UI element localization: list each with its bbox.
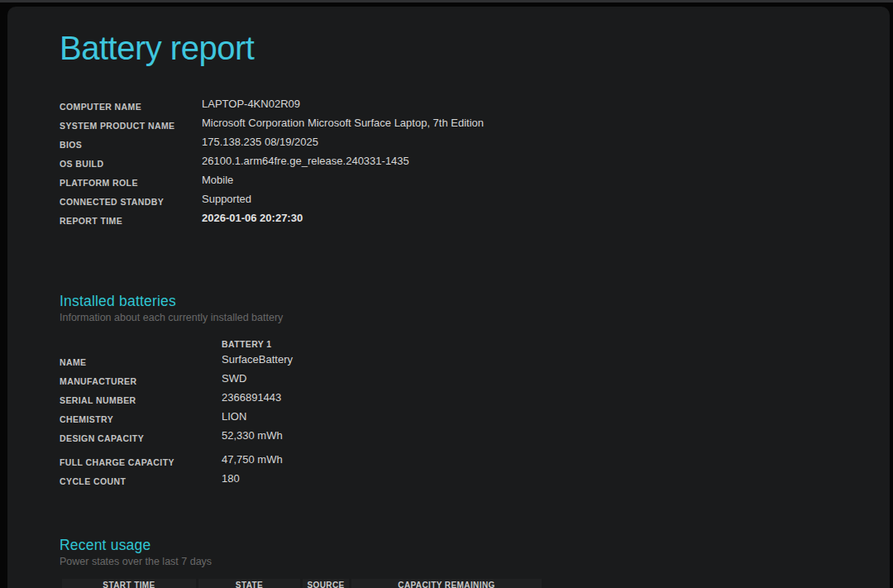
battery-value: SurfaceBattery (222, 351, 293, 370)
battery-value: LION (222, 409, 246, 428)
battery-details-table: BATTERY 1 NAME SurfaceBattery MANUFACTUR… (60, 337, 857, 490)
battery-label: SERIAL NUMBER (60, 390, 222, 409)
battery-label: NAME (60, 351, 222, 370)
battery-report-page[interactable]: Battery report COMPUTER NAME LAPTOP-4KN0… (7, 7, 890, 588)
battery-detail-row: FULL CHARGE CAPACITY 47,750 mWh (60, 452, 857, 471)
battery-detail-row: CYCLE COUNT 180 (60, 471, 857, 490)
info-label: CONNECTED STANDBY (60, 191, 202, 210)
battery-label: FULL CHARGE CAPACITY (60, 452, 222, 471)
info-value: LAPTOP-4KN02R09 (202, 96, 300, 115)
battery-value: 2366891443 (222, 390, 281, 409)
battery-detail-row: DESIGN CAPACITY 52,330 mWh (60, 428, 857, 447)
battery-detail-row: MANUFACTURER SWD (60, 370, 857, 390)
system-info-row: OS BUILD 26100.1.arm64fre.ge_release.240… (60, 153, 857, 172)
system-info-row: PLATFORM ROLE Mobile (60, 172, 857, 191)
battery-detail-row: SERIAL NUMBER 2366891443 (60, 390, 857, 409)
info-label: REPORT TIME (60, 210, 202, 229)
system-info-table: COMPUTER NAME LAPTOP-4KN02R09 SYSTEM PRO… (60, 96, 857, 229)
battery-value: SWD (222, 370, 246, 390)
header-source: SOURCE (303, 579, 349, 588)
info-value: Microsoft Corporation Microsoft Surface … (202, 115, 484, 134)
header-start-time: START TIME (62, 579, 196, 588)
battery-column-header-row: BATTERY 1 (60, 337, 857, 351)
header-state: STATE (198, 579, 300, 588)
battery-value: 47,750 mWh (222, 452, 283, 471)
battery-detail-row: CHEMISTRY LION (60, 409, 857, 428)
info-label: PLATFORM ROLE (60, 172, 202, 191)
system-info-row: CONNECTED STANDBY Supported (60, 191, 857, 210)
battery-label: DESIGN CAPACITY (60, 428, 222, 447)
info-value: Supported (202, 191, 251, 210)
info-value: 175.138.235 08/19/2025 (202, 134, 318, 153)
battery-detail-row: NAME SurfaceBattery (60, 351, 857, 370)
system-info-row: SYSTEM PRODUCT NAME Microsoft Corporatio… (60, 115, 857, 134)
battery-value: 180 (222, 471, 240, 490)
info-value: Mobile (202, 172, 233, 191)
battery-label: CYCLE COUNT (60, 471, 222, 490)
battery-label: MANUFACTURER (60, 370, 222, 390)
battery-1-column-header: BATTERY 1 (222, 337, 272, 351)
system-info-row: COMPUTER NAME LAPTOP-4KN02R09 (60, 96, 857, 115)
window-top-edge (0, 0, 893, 2)
battery-label: CHEMISTRY (60, 409, 222, 428)
report-content: Battery report COMPUTER NAME LAPTOP-4KN0… (7, 28, 890, 588)
info-label: COMPUTER NAME (60, 96, 202, 115)
screenshot-root: { "page": { "title": "Battery report", "… (0, 0, 893, 588)
info-value: 26100.1.arm64fre.ge_release.240331-1435 (202, 153, 409, 172)
info-label: SYSTEM PRODUCT NAME (60, 115, 202, 134)
installed-batteries-heading: Installed batteries (60, 292, 857, 310)
recent-usage-subtitle: Power states over the last 7 days (60, 554, 857, 569)
battery-value: 52,330 mWh (222, 428, 283, 447)
installed-batteries-section: Installed batteries Information about ea… (60, 292, 857, 490)
recent-usage-table: START TIME STATE SOURCE CAPACITY REMAINI… (62, 579, 857, 588)
header-capacity-remaining: CAPACITY REMAINING (351, 579, 542, 588)
installed-batteries-subtitle: Information about each currently install… (60, 310, 857, 325)
info-label: BIOS (60, 134, 202, 153)
report-time-value: 2026-01-06 20:27:30 (202, 210, 303, 229)
usage-table-header-row: START TIME STATE SOURCE CAPACITY REMAINI… (62, 579, 857, 588)
system-info-row: BIOS 175.138.235 08/19/2025 (60, 134, 857, 153)
empty-label (60, 337, 222, 351)
page-title: Battery report (60, 28, 857, 68)
recent-usage-section: Recent usage Power states over the last … (60, 536, 857, 588)
recent-usage-heading: Recent usage (60, 536, 857, 554)
system-info-row: REPORT TIME 2026-01-06 20:27:30 (60, 210, 857, 229)
info-label: OS BUILD (60, 153, 202, 172)
